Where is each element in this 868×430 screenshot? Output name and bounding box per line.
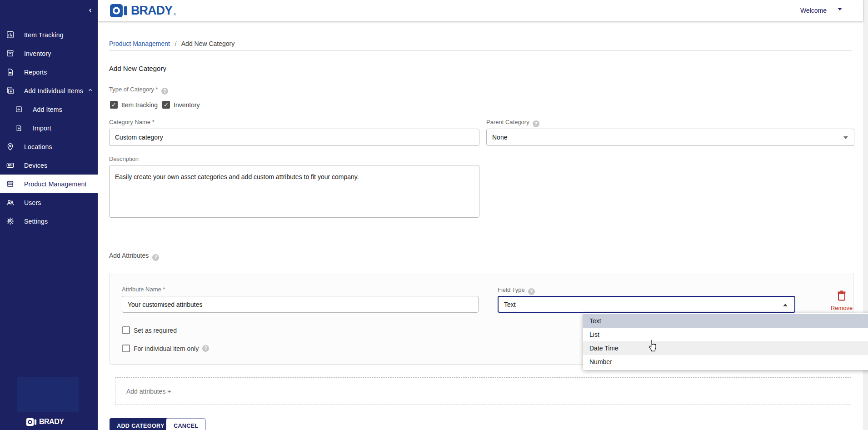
add-category-button[interactable]: ADD CATEGORY	[110, 418, 172, 430]
checkbox-label: Inventory	[174, 101, 200, 109]
chevron-down-icon	[843, 136, 848, 139]
sidebar-item-product-management[interactable]: Product Management	[0, 175, 98, 193]
sidebar-item-label: Settings	[24, 218, 48, 225]
sidebar-item-add-items[interactable]: Add Items	[0, 100, 98, 119]
checkbox-label: Set as required	[134, 327, 177, 334]
sidebar-decoration-block	[17, 377, 79, 412]
section-divider	[109, 237, 852, 237]
checkbox-unchecked-icon[interactable]	[122, 326, 130, 334]
location-pin-icon	[6, 142, 15, 151]
dropdown-option-text[interactable]: Text	[583, 314, 868, 328]
checkbox-label: For individual item only	[134, 345, 199, 352]
field-type-select[interactable]: Text	[498, 296, 795, 313]
parent-category-label: Parent Category ?	[486, 119, 539, 127]
chevron-up-icon[interactable]: ^	[89, 88, 92, 94]
description-textarea[interactable]: Easily create your own asset categories …	[109, 165, 479, 218]
category-name-label: Category Name *	[109, 119, 155, 125]
add-attributes-label: Add attributes +	[126, 388, 171, 395]
brady-logo-icon	[110, 4, 128, 17]
sidebar-item-label: Locations	[24, 143, 52, 150]
cancel-button[interactable]: CANCEL	[166, 418, 206, 430]
description-label: Description	[109, 155, 139, 162]
top-app-bar: BRADY® Welcome	[98, 0, 863, 21]
field-type-label: Field Type ?	[498, 286, 535, 295]
dropdown-option-number[interactable]: Number	[583, 355, 868, 369]
help-icon[interactable]: ?	[152, 254, 159, 261]
breadcrumb-current: Add New Category	[181, 40, 235, 47]
upload-file-icon	[15, 124, 23, 132]
welcome-menu[interactable]: Welcome	[800, 7, 827, 14]
checkbox-for-individual-item-only[interactable]: For individual item only ?	[122, 345, 209, 352]
checkbox-item-tracking[interactable]: ✓ Item tracking	[110, 101, 158, 109]
add-attributes-button[interactable]: Add attributes +	[115, 377, 851, 405]
attribute-name-label: Attribute Name *	[122, 286, 165, 293]
attribute-name-input[interactable]	[122, 296, 479, 313]
sidebar-item-label: Item Tracking	[24, 31, 64, 39]
chevron-up-icon	[783, 304, 788, 306]
sidebar-item-settings[interactable]: Settings	[0, 212, 98, 230]
sidebar-item-label: Product Management	[24, 180, 86, 188]
add-box-icon	[15, 105, 23, 114]
sidebar-nav: Item Tracking Inventory Reports Add Indi…	[0, 25, 98, 230]
help-icon[interactable]: ?	[161, 88, 168, 95]
brady-wordmark: BRADY	[39, 418, 64, 426]
sidebar-item-label: Add Items	[33, 106, 62, 113]
sidebar-item-label: Users	[24, 199, 41, 206]
sidebar-item-label: Add Individual Items	[24, 87, 83, 95]
category-name-input[interactable]	[109, 129, 479, 146]
sidebar-item-inventory[interactable]: Inventory	[0, 44, 98, 63]
users-icon	[6, 198, 15, 207]
app-root: ‹ Item Tracking Inventory Reports Add In…	[0, 0, 868, 430]
checkbox-inventory[interactable]: ✓ Inventory	[162, 101, 200, 109]
parent-category-value: None	[492, 134, 507, 141]
checkbox-checked-icon[interactable]: ✓	[162, 101, 170, 109]
field-type-dropdown-menu: Text List Date Time Number	[583, 313, 868, 370]
help-icon[interactable]: ?	[202, 345, 209, 352]
sidebar: ‹ Item Tracking Inventory Reports Add In…	[0, 0, 98, 430]
document-icon	[6, 68, 15, 76]
breadcrumb-divider	[109, 50, 852, 50]
help-icon[interactable]: ?	[528, 288, 535, 295]
sidebar-item-add-individual-items[interactable]: Add Individual Items ^	[0, 81, 98, 100]
brady-wordmark: BRADY	[131, 4, 172, 17]
sidebar-item-reports[interactable]: Reports	[0, 63, 98, 81]
sidebar-item-label: Inventory	[24, 50, 51, 57]
breadcrumb: Product Management / Add New Category	[109, 40, 234, 47]
library-add-icon	[6, 86, 15, 95]
registered-mark: ®	[174, 12, 176, 16]
page-title: Add New Category	[109, 65, 166, 72]
parent-category-select[interactable]: None	[486, 129, 854, 146]
sidebar-collapse-icon[interactable]: ‹	[89, 6, 91, 14]
type-of-category-label: Type of Category * ?	[109, 86, 168, 95]
mouse-cursor	[647, 340, 657, 353]
bar-chart-icon	[6, 30, 15, 39]
dropdown-option-date-time[interactable]: Date Time	[583, 341, 868, 355]
sidebar-item-locations[interactable]: Locations	[0, 137, 98, 156]
breadcrumb-parent-link[interactable]: Product Management	[109, 40, 170, 47]
sidebar-item-label: Reports	[24, 69, 47, 76]
gear-icon	[6, 217, 15, 225]
field-type-value: Text	[504, 301, 516, 308]
sidebar-item-label: Devices	[24, 162, 47, 169]
trash-icon	[837, 290, 846, 301]
sidebar-item-item-tracking[interactable]: Item Tracking	[0, 25, 98, 44]
add-attributes-title: Add Attributes ?	[109, 252, 159, 261]
welcome-caret-icon[interactable]	[838, 8, 842, 10]
checkbox-label: Item tracking	[121, 101, 158, 109]
device-scanner-icon	[6, 161, 15, 170]
sidebar-item-devices[interactable]: Devices	[0, 156, 98, 175]
sidebar-item-import[interactable]: Import	[0, 119, 98, 137]
remove-attribute-button[interactable]: Remove	[826, 290, 858, 311]
sidebar-item-users[interactable]: Users	[0, 193, 98, 212]
inventory-box-icon	[6, 49, 15, 58]
checkbox-set-as-required[interactable]: Set as required	[122, 326, 177, 334]
sidebar-brady-logo: BRADY	[26, 418, 64, 426]
sidebar-item-label: Import	[33, 125, 51, 132]
main-content: Product Management / Add New Category Ad…	[98, 21, 863, 430]
checkbox-checked-icon[interactable]: ✓	[110, 101, 118, 109]
dropdown-option-list[interactable]: List	[583, 328, 868, 341]
help-icon[interactable]: ?	[533, 120, 539, 127]
checkbox-unchecked-icon[interactable]	[122, 345, 130, 352]
storefront-icon	[6, 180, 15, 188]
remove-label: Remove	[826, 305, 858, 311]
